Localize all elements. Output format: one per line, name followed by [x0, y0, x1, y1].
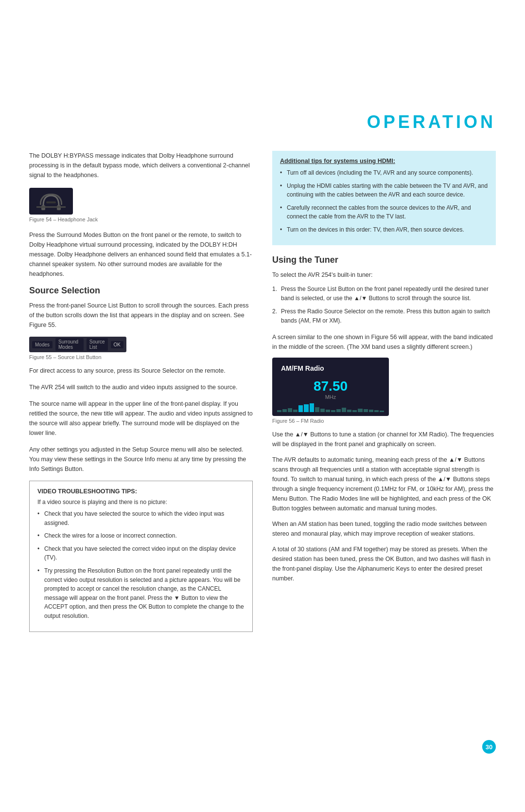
hdmi-list: Turn off all devices (including the TV, … [280, 168, 488, 235]
source-selection-heading: Source Selection [29, 286, 253, 296]
hdmi-title: Additional tips for systems using HDMI: [280, 158, 488, 164]
hdmi-tips-box: Additional tips for systems using HDMI: … [272, 151, 496, 245]
bar-19 [374, 410, 379, 412]
tips-item-4: Try pressing the Resolution Button on th… [37, 566, 245, 621]
surround-modes-btn: Surround Modes [55, 338, 84, 351]
bar-14 [347, 410, 351, 412]
tuner-steps: 1. Press the Source List Button on the f… [272, 285, 496, 326]
hdmi-item-1: Turn off all devices (including the TV, … [280, 168, 488, 178]
step-num-1: 1. [272, 285, 277, 294]
source-text1: Press the front-panel Source List Button… [29, 301, 253, 330]
bar-10 [326, 410, 330, 412]
bar-15 [352, 410, 357, 412]
tips-title: VIDEO TROUBLESHOOTING TIPS: [37, 488, 245, 495]
bar-17 [364, 409, 368, 412]
ok-btn: OK [111, 341, 123, 348]
tuner-text4: When an AM station has been tuned, toggl… [272, 519, 496, 539]
bar-8 [315, 407, 319, 412]
tuner-step-2: 2. Press the Radio Source Selector on th… [272, 307, 496, 325]
tips-item-2: Check the wires for a loose or incorrect… [37, 531, 245, 541]
bar-13 [342, 408, 346, 412]
page-number: 30 [482, 740, 496, 754]
bar-12 [336, 409, 341, 412]
modes-btn: Modes [32, 341, 52, 348]
bar-4 [293, 410, 298, 412]
surround-text: Press the Surround Modes Button on the f… [29, 230, 253, 279]
figure-55-caption: Figure 55 – Source List Button [29, 354, 253, 360]
tips-item-3: Check that you have selected the correct… [37, 544, 245, 562]
tuner-heading: Using the Tuner [272, 255, 496, 265]
radio-image: AM/FM Radio 87.50 MHz [272, 358, 389, 416]
source-text4: The source name will appear in the upper… [29, 399, 253, 438]
bar-1 [277, 410, 281, 412]
bar-6 [304, 404, 308, 412]
bar-20 [380, 411, 384, 412]
tuner-step-2-text: Press the Radio Source Selector on the r… [281, 308, 490, 324]
bar-2 [282, 409, 287, 412]
headphone-jack-image [29, 188, 73, 215]
left-column: The DOLBY H:BYPASS message indicates tha… [29, 151, 253, 632]
source-text5: Any other settings you adjusted in the S… [29, 445, 253, 474]
tuner-text3: The AVR defaults to automatic tuning, me… [272, 455, 496, 513]
video-troubleshooting-box: VIDEO TROUBLESHOOTING TIPS: If a video s… [29, 481, 253, 632]
bar-18 [369, 410, 373, 412]
source-text3: The AVR 254 will switch to the audio and… [29, 382, 253, 392]
hdmi-item-3: Carefully reconnect the cables from the … [280, 203, 488, 221]
source-text2: For direct access to any source, press i… [29, 366, 253, 376]
svg-rect-2 [46, 201, 56, 203]
radio-frequency: 87.50 [314, 379, 348, 394]
page-header: OPERATION [367, 112, 496, 132]
bar-11 [331, 410, 335, 412]
main-content: The DOLBY H:BYPASS message indicates tha… [29, 151, 496, 632]
intro-text: The DOLBY H:BYPASS message indicates tha… [29, 151, 253, 180]
bar-3 [288, 408, 292, 412]
svg-rect-0 [41, 205, 45, 210]
step-num-2: 2. [272, 307, 277, 316]
source-list-btn: Source List [87, 338, 108, 351]
tuner-text2: Use the ▲/▼ Buttons to tune a station (o… [272, 430, 496, 449]
radio-bars [277, 403, 384, 412]
freq-unit: MHz [325, 394, 336, 400]
figure-54-caption: Figure 54 – Headphone Jack [29, 217, 98, 222]
right-column: Additional tips for systems using HDMI: … [272, 151, 496, 632]
tuner-text1: A screen similar to the one shown in Fig… [272, 332, 496, 352]
tips-item-1: Check that you have selected the source … [37, 509, 245, 527]
bar-16 [358, 409, 362, 412]
source-list-image: Modes Surround Modes Source List OK [29, 337, 126, 352]
radio-label: AM/FM Radio [281, 364, 324, 372]
tuner-intro: To select the AVR 254's built-in tuner: [272, 270, 496, 280]
svg-rect-1 [57, 205, 61, 210]
tuner-text5: A total of 30 stations (AM and FM togeth… [272, 544, 496, 583]
bar-9 [320, 409, 325, 412]
page-title: OPERATION [367, 112, 496, 132]
tips-subtitle: If a video source is playing and there i… [37, 499, 245, 505]
headphone-icon [36, 192, 66, 211]
tuner-step-1-text: Press the Source List Button on the fron… [281, 286, 489, 302]
bar-5 [298, 405, 303, 412]
hdmi-item-4: Turn on the devices in this order: TV, t… [280, 225, 488, 235]
figure-56-caption: Figure 56 – FM Radio [272, 418, 496, 424]
hdmi-item-2: Unplug the HDMI cables starting with the… [280, 181, 488, 199]
tuner-step-1: 1. Press the Source List Button on the f… [272, 285, 496, 303]
tips-list: Check that you have selected the source … [37, 509, 245, 621]
figure-54-box: Figure 54 – Headphone Jack [29, 188, 98, 228]
bar-7 [310, 403, 314, 412]
